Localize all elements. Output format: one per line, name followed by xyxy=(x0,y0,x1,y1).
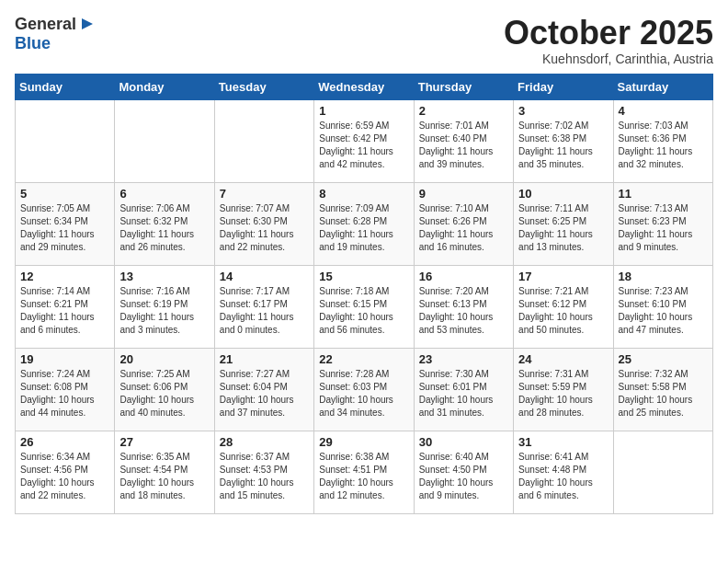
header-day-tuesday: Tuesday xyxy=(214,74,313,99)
day-number: 6 xyxy=(119,187,209,201)
calendar-cell: 19Sunrise: 7:24 AM Sunset: 6:08 PM Dayli… xyxy=(16,348,115,431)
day-info: Sunrise: 7:14 AM Sunset: 6:21 PM Dayligh… xyxy=(20,285,109,337)
day-number: 22 xyxy=(319,352,408,366)
day-info: Sunrise: 7:24 AM Sunset: 6:08 PM Dayligh… xyxy=(20,368,109,419)
svg-marker-0 xyxy=(82,18,93,29)
day-info: Sunrise: 7:27 AM Sunset: 6:04 PM Dayligh… xyxy=(220,368,309,419)
calendar-cell: 22Sunrise: 7:28 AM Sunset: 6:03 PM Dayli… xyxy=(314,348,414,431)
day-info: Sunrise: 7:03 AM Sunset: 6:36 PM Dayligh… xyxy=(619,120,708,171)
day-number: 28 xyxy=(220,435,309,449)
logo-blue: Blue xyxy=(15,34,51,52)
calendar-cell: 28Sunrise: 6:37 AM Sunset: 4:53 PM Dayli… xyxy=(214,431,313,513)
calendar-table: SundayMondayTuesdayWednesdayThursdayFrid… xyxy=(15,74,713,514)
calendar-cell: 30Sunrise: 6:40 AM Sunset: 4:50 PM Dayli… xyxy=(414,431,513,513)
header-day-friday: Friday xyxy=(514,74,613,99)
calendar-cell: 13Sunrise: 7:16 AM Sunset: 6:19 PM Dayli… xyxy=(115,265,214,348)
day-number: 20 xyxy=(119,352,209,366)
day-number: 7 xyxy=(220,187,309,201)
calendar-cell: 17Sunrise: 7:21 AM Sunset: 6:12 PM Dayli… xyxy=(514,265,613,348)
calendar-cell: 3Sunrise: 7:02 AM Sunset: 6:38 PM Daylig… xyxy=(514,99,613,182)
day-info: Sunrise: 7:25 AM Sunset: 6:06 PM Dayligh… xyxy=(119,368,209,419)
day-info: Sunrise: 7:18 AM Sunset: 6:15 PM Dayligh… xyxy=(319,285,408,337)
calendar-cell: 16Sunrise: 7:20 AM Sunset: 6:13 PM Dayli… xyxy=(414,265,513,348)
calendar-cell: 4Sunrise: 7:03 AM Sunset: 6:36 PM Daylig… xyxy=(613,99,712,182)
day-number: 17 xyxy=(518,270,608,283)
day-info: Sunrise: 6:34 AM Sunset: 4:56 PM Dayligh… xyxy=(20,451,109,502)
calendar-cell: 12Sunrise: 7:14 AM Sunset: 6:21 PM Dayli… xyxy=(16,265,115,348)
calendar-cell: 15Sunrise: 7:18 AM Sunset: 6:15 PM Dayli… xyxy=(314,265,414,348)
calendar-cell: 7Sunrise: 7:07 AM Sunset: 6:30 PM Daylig… xyxy=(214,182,313,265)
day-number: 5 xyxy=(20,187,109,201)
calendar-cell: 24Sunrise: 7:31 AM Sunset: 5:59 PM Dayli… xyxy=(514,348,613,431)
calendar-cell xyxy=(115,99,214,182)
calendar-cell: 10Sunrise: 7:11 AM Sunset: 6:25 PM Dayli… xyxy=(514,182,613,265)
day-number: 26 xyxy=(20,435,109,449)
day-info: Sunrise: 7:07 AM Sunset: 6:30 PM Dayligh… xyxy=(220,202,309,254)
day-number: 4 xyxy=(619,104,708,118)
day-number: 23 xyxy=(419,352,508,366)
day-info: Sunrise: 7:16 AM Sunset: 6:19 PM Dayligh… xyxy=(119,285,209,337)
calendar-cell: 1Sunrise: 6:59 AM Sunset: 6:42 PM Daylig… xyxy=(314,99,414,182)
day-info: Sunrise: 7:02 AM Sunset: 6:38 PM Dayligh… xyxy=(518,120,608,171)
calendar-cell: 9Sunrise: 7:10 AM Sunset: 6:26 PM Daylig… xyxy=(414,182,513,265)
calendar-cell: 18Sunrise: 7:23 AM Sunset: 6:10 PM Dayli… xyxy=(613,265,712,348)
day-number: 15 xyxy=(319,270,408,283)
day-number: 1 xyxy=(319,104,408,118)
day-number: 13 xyxy=(119,270,209,283)
calendar-header-row: SundayMondayTuesdayWednesdayThursdayFrid… xyxy=(16,74,713,99)
day-number: 18 xyxy=(619,270,708,283)
logo-general: General xyxy=(15,15,76,33)
calendar-cell xyxy=(16,99,115,182)
day-number: 2 xyxy=(419,104,508,118)
day-number: 10 xyxy=(518,187,608,201)
day-number: 27 xyxy=(119,435,209,449)
calendar-cell: 27Sunrise: 6:35 AM Sunset: 4:54 PM Dayli… xyxy=(115,431,214,513)
day-info: Sunrise: 6:40 AM Sunset: 4:50 PM Dayligh… xyxy=(419,451,508,502)
calendar-cell: 2Sunrise: 7:01 AM Sunset: 6:40 PM Daylig… xyxy=(414,99,513,182)
day-number: 8 xyxy=(319,187,408,201)
calendar-cell: 29Sunrise: 6:38 AM Sunset: 4:51 PM Dayli… xyxy=(314,431,414,513)
calendar-cell: 20Sunrise: 7:25 AM Sunset: 6:06 PM Dayli… xyxy=(115,348,214,431)
logo: General Blue xyxy=(15,15,97,53)
day-info: Sunrise: 7:30 AM Sunset: 6:01 PM Dayligh… xyxy=(419,368,508,419)
day-info: Sunrise: 7:31 AM Sunset: 5:59 PM Dayligh… xyxy=(518,368,608,419)
day-number: 16 xyxy=(419,270,508,283)
header-day-thursday: Thursday xyxy=(414,74,513,99)
header-day-monday: Monday xyxy=(115,74,214,99)
calendar-week-row: 12Sunrise: 7:14 AM Sunset: 6:21 PM Dayli… xyxy=(16,265,713,348)
header-day-sunday: Sunday xyxy=(16,74,115,99)
calendar-cell: 31Sunrise: 6:41 AM Sunset: 4:48 PM Dayli… xyxy=(514,431,613,513)
day-number: 29 xyxy=(319,435,408,449)
calendar-week-row: 5Sunrise: 7:05 AM Sunset: 6:34 PM Daylig… xyxy=(16,182,713,265)
day-number: 30 xyxy=(419,435,508,449)
day-info: Sunrise: 7:11 AM Sunset: 6:25 PM Dayligh… xyxy=(518,202,608,254)
calendar-cell: 6Sunrise: 7:06 AM Sunset: 6:32 PM Daylig… xyxy=(115,182,214,265)
day-number: 19 xyxy=(20,352,109,366)
day-info: Sunrise: 6:59 AM Sunset: 6:42 PM Dayligh… xyxy=(319,120,408,171)
day-info: Sunrise: 6:35 AM Sunset: 4:54 PM Dayligh… xyxy=(119,451,209,502)
calendar-cell: 5Sunrise: 7:05 AM Sunset: 6:34 PM Daylig… xyxy=(16,182,115,265)
title-block: October 2025 Kuehnsdorf, Carinthia, Aust… xyxy=(504,15,713,66)
day-number: 24 xyxy=(518,352,608,366)
day-number: 11 xyxy=(619,187,708,201)
day-info: Sunrise: 7:20 AM Sunset: 6:13 PM Dayligh… xyxy=(419,285,508,337)
day-number: 9 xyxy=(419,187,508,201)
calendar-cell: 8Sunrise: 7:09 AM Sunset: 6:28 PM Daylig… xyxy=(314,182,414,265)
day-number: 25 xyxy=(619,352,708,366)
page-header: General Blue October 2025 Kuehnsdorf, Ca… xyxy=(15,15,713,66)
calendar-cell: 11Sunrise: 7:13 AM Sunset: 6:23 PM Dayli… xyxy=(613,182,712,265)
calendar-cell: 21Sunrise: 7:27 AM Sunset: 6:04 PM Dayli… xyxy=(214,348,313,431)
day-info: Sunrise: 7:06 AM Sunset: 6:32 PM Dayligh… xyxy=(119,202,209,254)
day-info: Sunrise: 7:28 AM Sunset: 6:03 PM Dayligh… xyxy=(319,368,408,419)
day-number: 12 xyxy=(20,270,109,283)
month-title: October 2025 xyxy=(504,15,713,52)
day-info: Sunrise: 7:10 AM Sunset: 6:26 PM Dayligh… xyxy=(419,202,508,254)
header-day-wednesday: Wednesday xyxy=(314,74,414,99)
day-info: Sunrise: 6:41 AM Sunset: 4:48 PM Dayligh… xyxy=(518,451,608,502)
calendar-cell xyxy=(613,431,712,513)
day-info: Sunrise: 7:01 AM Sunset: 6:40 PM Dayligh… xyxy=(419,120,508,171)
day-info: Sunrise: 7:21 AM Sunset: 6:12 PM Dayligh… xyxy=(518,285,608,337)
calendar-week-row: 26Sunrise: 6:34 AM Sunset: 4:56 PM Dayli… xyxy=(16,431,713,513)
calendar-week-row: 1Sunrise: 6:59 AM Sunset: 6:42 PM Daylig… xyxy=(16,99,713,182)
day-number: 3 xyxy=(518,104,608,118)
